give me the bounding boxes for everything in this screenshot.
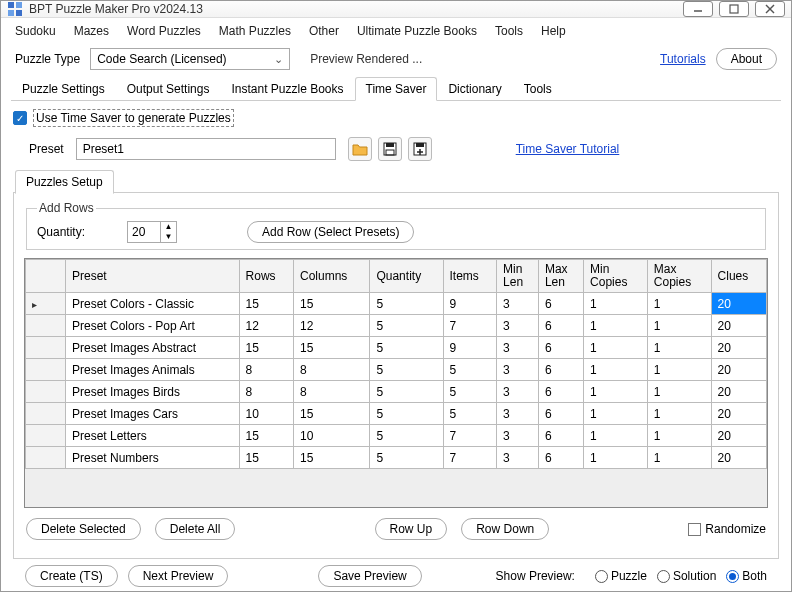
tab-output-settings[interactable]: Output Settings [116,77,221,101]
cell[interactable]: Preset Colors - Pop Art [66,315,240,337]
table-row[interactable]: Preset Images Animals8855361120 [26,359,767,381]
menu-mazes[interactable]: Mazes [74,24,109,38]
cell[interactable]: 1 [647,381,711,403]
cell[interactable]: 15 [239,293,293,315]
cell[interactable]: 6 [538,359,583,381]
puzzles-setup-tab[interactable]: Puzzles Setup [15,170,114,194]
cell[interactable]: 6 [538,381,583,403]
cell[interactable]: 3 [497,293,539,315]
cell[interactable]: 15 [239,447,293,469]
cell[interactable]: 1 [584,403,648,425]
cell[interactable]: 6 [538,403,583,425]
cell[interactable]: 5 [370,381,443,403]
presets-grid[interactable]: PresetRowsColumnsQuantityItemsMinLenMaxL… [24,258,768,508]
cell[interactable]: 20 [711,447,766,469]
col-header[interactable]: Items [443,260,497,293]
cell[interactable]: 15 [239,337,293,359]
add-row-button[interactable]: Add Row (Select Presets) [247,221,414,243]
col-header[interactable]: Preset [66,260,240,293]
cell[interactable]: 9 [443,293,497,315]
cell[interactable]: 1 [584,315,648,337]
about-button[interactable]: About [716,48,777,70]
cell[interactable]: 20 [711,359,766,381]
menu-tools[interactable]: Tools [495,24,523,38]
cell[interactable]: 1 [647,403,711,425]
cell[interactable]: 15 [239,425,293,447]
stepper-down-icon[interactable]: ▼ [161,232,176,242]
cell[interactable]: 3 [497,403,539,425]
table-row[interactable]: Preset Images Birds8855361120 [26,381,767,403]
cell[interactable]: 20 [711,403,766,425]
delete-all-button[interactable]: Delete All [155,518,236,540]
cell[interactable]: 7 [443,447,497,469]
cell[interactable]: 8 [294,381,370,403]
cell[interactable]: Preset Letters [66,425,240,447]
create-button[interactable]: Create (TS) [25,565,118,587]
cell[interactable]: 3 [497,447,539,469]
randomize-checkbox[interactable]: Randomize [688,522,766,536]
minimize-button[interactable] [683,1,713,17]
cell[interactable]: 20 [711,425,766,447]
cell[interactable]: 5 [443,359,497,381]
cell[interactable]: 8 [239,381,293,403]
table-row[interactable]: Preset Images Abstract151559361120 [26,337,767,359]
cell[interactable]: 1 [647,447,711,469]
cell[interactable]: 7 [443,425,497,447]
puzzle-type-select[interactable]: Code Search (Licensed) ⌄ [90,48,290,70]
cell[interactable]: 6 [538,293,583,315]
menu-ultimate-puzzle-books[interactable]: Ultimate Puzzle Books [357,24,477,38]
table-row[interactable]: ▸Preset Colors - Classic151559361120 [26,293,767,315]
cell[interactable]: 1 [584,447,648,469]
cell[interactable]: 1 [584,337,648,359]
cell[interactable]: 6 [538,337,583,359]
table-row[interactable]: Preset Numbers151557361120 [26,447,767,469]
cell[interactable]: 1 [647,337,711,359]
tutorials-link[interactable]: Tutorials [660,52,706,66]
tab-puzzle-settings[interactable]: Puzzle Settings [11,77,116,101]
col-header[interactable]: MinLen [497,260,539,293]
close-button[interactable] [755,1,785,17]
cell[interactable]: 1 [584,425,648,447]
cell[interactable]: 1 [584,293,648,315]
cell[interactable]: 15 [294,447,370,469]
cell[interactable]: 12 [239,315,293,337]
cell[interactable]: 1 [647,293,711,315]
save-as-button[interactable] [408,137,432,161]
col-header[interactable]: Columns [294,260,370,293]
tab-tools[interactable]: Tools [513,77,563,101]
col-header[interactable]: MaxLen [538,260,583,293]
table-row[interactable]: Preset Images Cars101555361120 [26,403,767,425]
tab-dictionary[interactable]: Dictionary [437,77,512,101]
cell[interactable]: 5 [370,293,443,315]
menu-other[interactable]: Other [309,24,339,38]
timesaver-tutorial-link[interactable]: Time Saver Tutorial [516,142,620,156]
col-header[interactable]: MinCopies [584,260,648,293]
open-folder-button[interactable] [348,137,372,161]
cell[interactable]: 5 [370,359,443,381]
cell[interactable]: 5 [370,447,443,469]
tab-instant-puzzle-books[interactable]: Instant Puzzle Books [220,77,354,101]
cell[interactable]: Preset Colors - Classic [66,293,240,315]
tab-time-saver[interactable]: Time Saver [355,77,438,101]
col-header[interactable]: Rows [239,260,293,293]
cell[interactable]: 20 [711,337,766,359]
use-timesaver-checkbox[interactable]: ✓ [13,111,27,125]
cell[interactable]: 1 [584,359,648,381]
cell[interactable]: 3 [497,359,539,381]
next-preview-button[interactable]: Next Preview [128,565,229,587]
save-button[interactable] [378,137,402,161]
cell[interactable]: 3 [497,337,539,359]
cell[interactable]: 5 [370,403,443,425]
cell[interactable]: 6 [538,425,583,447]
cell[interactable]: 3 [497,425,539,447]
cell[interactable]: 1 [647,315,711,337]
cell[interactable]: Preset Numbers [66,447,240,469]
cell[interactable]: 1 [647,359,711,381]
cell[interactable]: 5 [443,403,497,425]
cell[interactable]: 20 [711,293,766,315]
cell[interactable]: 10 [294,425,370,447]
quantity-stepper[interactable]: 20 ▲▼ [127,221,177,243]
cell[interactable]: 1 [584,381,648,403]
cell[interactable]: 20 [711,381,766,403]
cell[interactable]: 5 [370,425,443,447]
